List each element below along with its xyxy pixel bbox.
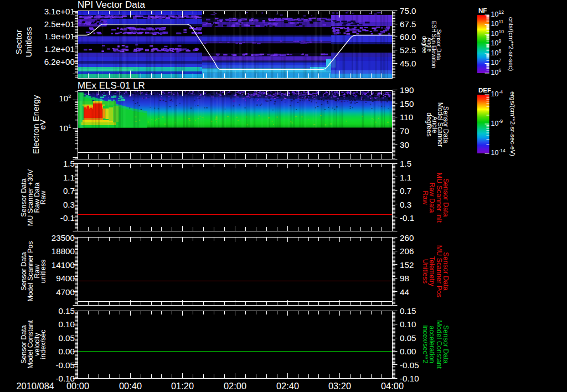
- svg-text:MEx ELS-01 LR: MEx ELS-01 LR: [78, 80, 145, 91]
- svg-text:60.0: 60.0: [400, 32, 416, 42]
- svg-text:1.5: 1.5: [400, 159, 411, 168]
- svg-text:1.9e+01: 1.9e+01: [44, 32, 75, 41]
- svg-text:01:20: 01:20: [171, 381, 194, 391]
- svg-text:1.5: 1.5: [63, 159, 75, 168]
- svg-text:ergs/(cm**2-sr-sec-eV): ergs/(cm**2-sr-sec-eV): [509, 91, 516, 156]
- svg-text:1.2e+01: 1.2e+01: [44, 44, 75, 54]
- svg-text:0.05: 0.05: [400, 333, 416, 343]
- svg-text:0.05: 0.05: [58, 333, 75, 343]
- svg-text:260: 260: [400, 233, 414, 243]
- svg-text:0.00: 0.00: [58, 347, 75, 356]
- svg-text:NPI Vector Data: NPI Vector Data: [78, 0, 145, 10]
- svg-text:incex/sec**2: incex/sec**2: [421, 326, 429, 364]
- svg-text:0.3: 0.3: [63, 200, 75, 209]
- svg-text:-0.1: -0.1: [60, 213, 75, 223]
- svg-text:NF: NF: [478, 7, 487, 14]
- svg-text:00:40: 00:40: [119, 381, 142, 391]
- svg-text:cnts/(cm**2-sr-sec): cnts/(cm**2-sr-sec): [508, 17, 514, 71]
- svg-text:75.0: 75.0: [400, 6, 416, 16]
- svg-text:02:00: 02:00: [224, 381, 246, 391]
- svg-text:44: 44: [400, 287, 409, 297]
- svg-text:152: 152: [400, 260, 414, 270]
- svg-text:degree: degree: [421, 36, 427, 54]
- svg-text:3.1e+01: 3.1e+01: [44, 7, 75, 16]
- svg-text:0.15: 0.15: [58, 306, 75, 316]
- svg-text:0.7: 0.7: [400, 186, 411, 195]
- svg-text:4700: 4700: [56, 287, 75, 297]
- svg-text:52.5: 52.5: [400, 45, 416, 55]
- svg-text:9400: 9400: [56, 274, 75, 283]
- svg-text:degrees: degrees: [425, 112, 433, 136]
- svg-text:0.00: 0.00: [400, 347, 416, 356]
- svg-text:70: 70: [400, 126, 409, 136]
- svg-text:30: 30: [400, 140, 409, 149]
- svg-text:1.1: 1.1: [63, 173, 75, 182]
- svg-text:2010/084: 2010/084: [17, 381, 54, 391]
- svg-text:0.10: 0.10: [58, 319, 75, 329]
- svg-text:0.10: 0.10: [400, 319, 416, 329]
- svg-text:1.1: 1.1: [400, 173, 411, 182]
- svg-text:45.0: 45.0: [400, 59, 416, 68]
- svg-text:04:00: 04:00: [381, 381, 404, 391]
- svg-text:02:40: 02:40: [276, 381, 299, 391]
- svg-text:-0.1: -0.1: [400, 213, 414, 223]
- svg-text:Unitless: Unitless: [421, 259, 429, 283]
- svg-text:110: 110: [400, 112, 413, 122]
- svg-text:0.15: 0.15: [400, 306, 416, 316]
- svg-text:-0.05: -0.05: [55, 360, 75, 370]
- svg-text:0.3: 0.3: [400, 200, 411, 209]
- svg-text:Raw: Raw: [421, 190, 429, 205]
- svg-text:Unitless: Unitless: [24, 27, 33, 57]
- svg-text:00:00: 00:00: [66, 381, 89, 391]
- svg-text:index/sec: index/sec: [40, 330, 48, 359]
- svg-text:190: 190: [400, 85, 414, 95]
- svg-text:Sector: Sector: [14, 30, 23, 55]
- svg-text:eV: eV: [38, 120, 47, 130]
- svg-text:67.5: 67.5: [400, 19, 416, 29]
- svg-text:03:20: 03:20: [328, 381, 351, 391]
- svg-text:unitless: unitless: [40, 260, 48, 283]
- svg-text:150: 150: [400, 99, 414, 109]
- svg-text:23500: 23500: [51, 233, 75, 243]
- svg-text:0.7: 0.7: [63, 186, 75, 195]
- svg-text:206: 206: [400, 246, 414, 256]
- svg-text:DEF: DEF: [478, 87, 491, 94]
- svg-text:14100: 14100: [51, 260, 75, 270]
- svg-text:98: 98: [400, 274, 409, 283]
- svg-text:2.5e+01: 2.5e+01: [44, 19, 75, 29]
- svg-text:18800: 18800: [51, 246, 75, 256]
- svg-text:Raw: Raw: [40, 190, 48, 205]
- svg-text:6.2e+00: 6.2e+00: [44, 57, 75, 66]
- svg-text:-0.05: -0.05: [400, 360, 419, 370]
